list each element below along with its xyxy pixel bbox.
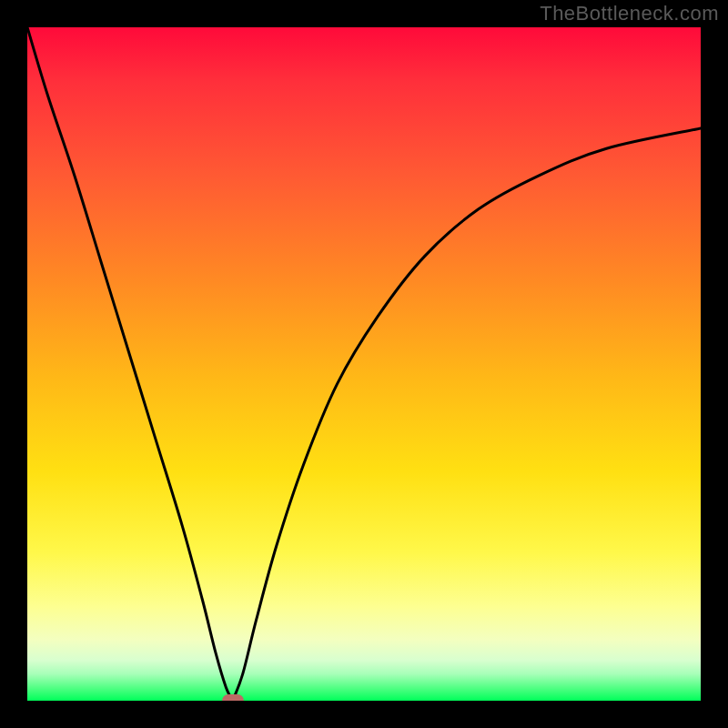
chart-frame: TheBottleneck.com xyxy=(0,0,728,728)
bottleneck-curve xyxy=(27,27,701,701)
optimal-point-marker xyxy=(222,694,244,701)
watermark-text: TheBottleneck.com xyxy=(540,2,719,25)
plot-area xyxy=(27,27,701,701)
curve-right-branch xyxy=(233,128,701,701)
curve-left-branch xyxy=(27,27,233,701)
